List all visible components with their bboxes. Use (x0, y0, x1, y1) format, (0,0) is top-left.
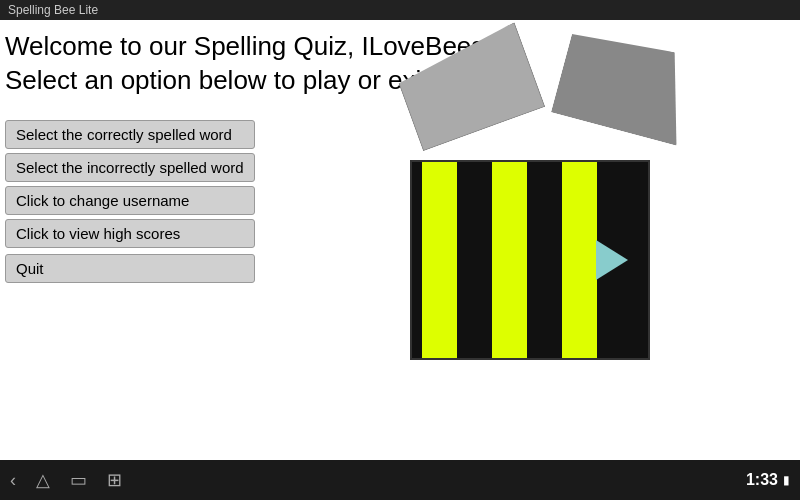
back-icon[interactable]: ‹ (10, 470, 16, 491)
box-lid-right (551, 25, 700, 146)
box-body (410, 160, 650, 360)
stripe-3 (562, 162, 597, 358)
recents-icon[interactable]: ▭ (70, 469, 87, 491)
select-correctly-button[interactable]: Select the correctly spelled word (5, 120, 255, 149)
select-incorrectly-button[interactable]: Select the incorrectly spelled word (5, 153, 255, 182)
app-title: Spelling Bee Lite (8, 3, 98, 17)
apps-icon[interactable]: ⊞ (107, 469, 122, 491)
stripe-1 (422, 162, 457, 358)
time-display: 1:33 (746, 471, 778, 489)
battery-icon: ▮ (783, 473, 790, 487)
view-highscores-button[interactable]: Click to view high scores (5, 219, 255, 248)
change-username-button[interactable]: Click to change username (5, 186, 255, 215)
stripe-2 (492, 162, 527, 358)
bottom-nav: ‹ △ ▭ ⊞ 1:33 ▮ (0, 460, 800, 500)
nav-left: ‹ △ ▭ ⊞ (10, 469, 122, 491)
nav-right: 1:33 ▮ (746, 471, 790, 489)
title-bar: Spelling Bee Lite (0, 0, 800, 20)
play-icon (596, 240, 628, 280)
main-content: Welcome to our Spelling Quiz, ILoveBees.… (0, 20, 800, 460)
buttons-container: Select the correctly spelled word Select… (5, 120, 255, 283)
home-icon[interactable]: △ (36, 469, 50, 491)
welcome-line1: Welcome to our Spelling Quiz, ILoveBees. (5, 30, 492, 64)
bee-box-illustration (400, 80, 680, 400)
quit-button[interactable]: Quit (5, 254, 255, 283)
